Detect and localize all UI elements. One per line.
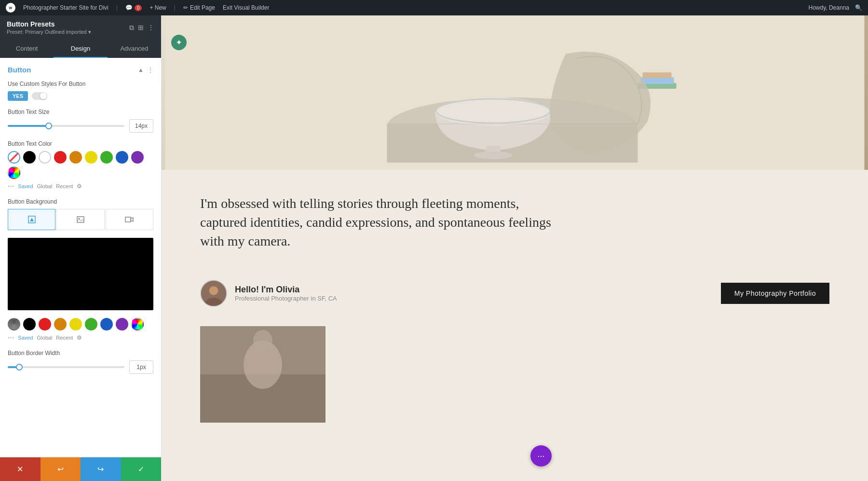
- exit-builder-link[interactable]: Exit Visual Builder: [223, 4, 270, 11]
- bottom-color-gear[interactable]: ⚙: [77, 334, 82, 341]
- border-width-field: Button Border Width 1px: [8, 350, 153, 374]
- yes-toggle-button[interactable]: YES: [8, 91, 28, 101]
- cancel-button[interactable]: ✕: [0, 457, 41, 481]
- layout-icon[interactable]: ⊞: [138, 24, 144, 32]
- bottom-color-global[interactable]: Global: [37, 335, 53, 341]
- text-size-value[interactable]: 14px: [129, 119, 153, 133]
- bg-video-option[interactable]: [106, 209, 153, 230]
- site-name[interactable]: Photographer Starter Site for Divi: [23, 4, 108, 11]
- panel-tabs: Content Design Advanced: [0, 40, 161, 58]
- divi-indicator[interactable]: ✦: [171, 35, 187, 50]
- tab-advanced[interactable]: Advanced: [108, 40, 161, 58]
- color-saved[interactable]: Saved: [18, 183, 33, 189]
- separator-1: |: [116, 4, 118, 11]
- color-gear[interactable]: ⚙: [77, 183, 82, 190]
- edit-page-link[interactable]: ✏ Edit Page: [183, 4, 215, 11]
- admin-bar: W Photographer Starter Site for Divi | 💬…: [0, 0, 868, 15]
- color-swatch-yellow[interactable]: [85, 151, 97, 164]
- bottom-color-saved[interactable]: Saved: [18, 335, 33, 341]
- panel-header-icons: ⧉ ⊞ ⋮: [129, 24, 154, 32]
- border-width-label: Button Border Width: [8, 350, 153, 357]
- color-swatch-picker[interactable]: [8, 166, 20, 179]
- color-swatch-green[interactable]: [100, 151, 113, 164]
- bottom-swatch-yellow[interactable]: [69, 318, 82, 330]
- undo-button[interactable]: ↩: [41, 457, 81, 481]
- border-width-row: 1px: [8, 360, 153, 374]
- svg-point-13: [474, 151, 513, 159]
- svg-point-23: [253, 330, 272, 351]
- search-icon[interactable]: 🔍: [855, 4, 862, 11]
- panel-toolbar: ✕ ↩ ↪ ✓: [0, 457, 161, 481]
- portfolio-button[interactable]: My Photography Portfolio: [721, 283, 829, 304]
- color-swatch-blue[interactable]: [116, 151, 128, 164]
- color-swatch-red[interactable]: [54, 151, 67, 164]
- tab-content[interactable]: Content: [0, 40, 54, 58]
- svg-text:W: W: [9, 6, 13, 10]
- collapse-arrow[interactable]: ▲: [138, 67, 144, 73]
- preview-box: [8, 238, 153, 310]
- color-swatch-transparent[interactable]: [8, 151, 20, 164]
- section-options[interactable]: ⋮: [148, 67, 153, 73]
- bottom-swatch-orange[interactable]: [54, 318, 67, 330]
- save-button[interactable]: ✓: [121, 457, 162, 481]
- panel-subtitle[interactable]: Preset: Primary Outlined imported ▾: [7, 29, 91, 35]
- bottom-color-dots[interactable]: ···: [8, 333, 14, 342]
- fab[interactable]: ···: [530, 445, 552, 467]
- section-controls: ▲ ⋮: [138, 67, 153, 73]
- panel-title: Button Presets: [7, 20, 91, 28]
- svg-rect-16: [643, 72, 672, 78]
- color-recent[interactable]: Recent: [56, 183, 73, 189]
- hero-image: [162, 15, 868, 170]
- divi-icon: ✦: [176, 39, 182, 46]
- bottom-swatch-purple[interactable]: [116, 318, 128, 330]
- wordpress-logo[interactable]: W: [6, 3, 15, 13]
- new-link[interactable]: + New: [149, 4, 166, 11]
- howdy-text[interactable]: Howdy, Deanna: [809, 4, 850, 11]
- bottom-color-recent[interactable]: Recent: [56, 335, 73, 341]
- redo-button[interactable]: ↪: [81, 457, 121, 481]
- profile-left: Hello! I'm Olivia Professional Photograp…: [200, 280, 337, 307]
- color-swatch-orange[interactable]: [69, 151, 82, 164]
- border-width-value[interactable]: 1px: [129, 360, 153, 374]
- bottom-color-section: ··· Saved Global Recent ⚙: [8, 318, 153, 342]
- quote-section: I'm obsessed with telling stories throug…: [162, 170, 596, 270]
- toggle-thumb: [40, 93, 47, 99]
- comments-link[interactable]: 💬 0: [125, 4, 142, 11]
- bg-label: Button Background: [8, 198, 153, 205]
- custom-styles-label: Use Custom Styles For Button: [8, 81, 153, 87]
- panel-header: Button Presets Preset: Primary Outlined …: [0, 15, 161, 40]
- bottom-swatch-picker[interactable]: [8, 318, 20, 330]
- profile-name: Hello! I'm Olivia: [235, 285, 337, 295]
- tab-design[interactable]: Design: [54, 40, 107, 58]
- color-swatch-white[interactable]: [39, 151, 51, 164]
- bottom-swatch-picker2[interactable]: [131, 318, 144, 330]
- bg-image-option[interactable]: [56, 209, 104, 230]
- color-global[interactable]: Global: [37, 183, 53, 189]
- border-width-slider[interactable]: [8, 366, 124, 368]
- color-dots[interactable]: ···: [8, 182, 14, 191]
- bottom-swatch-black[interactable]: [23, 318, 36, 330]
- color-swatch-purple[interactable]: [131, 151, 144, 164]
- bg-section: Button Background: [8, 198, 153, 230]
- more-icon[interactable]: ⋮: [148, 24, 154, 32]
- slider-thumb[interactable]: [45, 123, 52, 129]
- clone-icon[interactable]: ⧉: [129, 24, 134, 32]
- svg-point-19: [209, 286, 218, 295]
- bottom-swatch-red[interactable]: [39, 318, 51, 330]
- text-size-row: 14px: [8, 119, 153, 133]
- separator-2: |: [174, 4, 176, 11]
- bg-fill-option[interactable]: [8, 209, 55, 230]
- toggle-track[interactable]: [32, 92, 47, 100]
- color-swatch-black[interactable]: [23, 151, 36, 164]
- gallery-svg-1: [200, 326, 326, 423]
- panel-content: Button ▲ ⋮ Use Custom Styles For Button …: [0, 58, 161, 457]
- bottom-swatch-green[interactable]: [85, 318, 97, 330]
- svg-rect-15: [640, 77, 674, 84]
- text-color-swatches: [8, 151, 153, 179]
- fab-icon: ···: [537, 451, 544, 461]
- bottom-swatch-blue[interactable]: [100, 318, 113, 330]
- text-size-slider[interactable]: [8, 125, 124, 127]
- toggle-container: YES: [8, 91, 153, 101]
- border-slider-thumb[interactable]: [16, 364, 23, 371]
- bg-options: [8, 209, 153, 230]
